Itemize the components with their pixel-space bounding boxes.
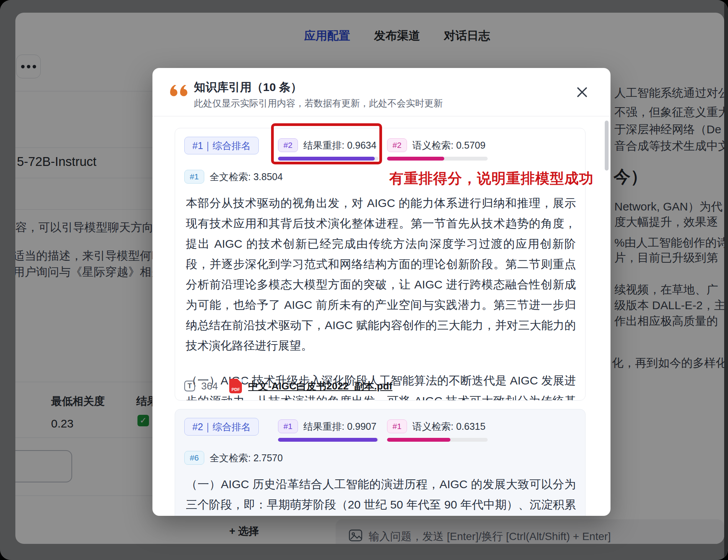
fulltext-rank-badge: #6: [184, 451, 204, 465]
modal-subtitle: 此处仅显示实际引用内容，若数据有更新，此处不会实时更新: [194, 97, 443, 109]
citation-text: （一）AIGC 历史沿革结合人工智能的演进历程，AIGC 的发展大致可以分为三个…: [186, 474, 576, 516]
citation-paragraph: （一）AIGC 历史沿革结合人工智能的演进历程，AIGC 的发展大致可以分为三个…: [186, 474, 576, 516]
citation-text: 本部分从技术驱动的视角出发，对 AIGC 的能力体系进行归纳和推理，展示现有技术…: [186, 193, 576, 401]
rerank-progress-bar: [278, 438, 379, 442]
close-icon[interactable]: [573, 83, 591, 101]
semantic-rank-badge: #1: [387, 419, 407, 433]
rerank-score-label: 结果重排: 0.9907: [303, 420, 376, 433]
semantic-metric: #2 语义检索: 0.5709: [387, 138, 488, 161]
token-icon: T: [184, 381, 195, 391]
source-file-link[interactable]: 中文-AIGC白皮书2022_副本.pdf: [248, 379, 392, 393]
semantic-metric: #1 语义检索: 0.6315: [387, 419, 488, 442]
screenshot-stage: 应用配置 发布渠道 对话日志 5-72B-Instruct 容，可以引导模型聊天…: [0, 0, 728, 560]
annotation-note: 有重排得分，说明重排模型成功: [389, 169, 594, 188]
modal-header: 知识库引用（10 条） 此处仅显示实际引用内容，若数据有更新，此处不会实时更新: [152, 68, 611, 116]
semantic-progress-bar: [387, 438, 488, 442]
pdf-icon: PDF: [229, 379, 242, 393]
semantic-score-label: 语义检索: 0.5709: [412, 139, 485, 152]
fulltext-score-label: 全文检索: 3.8504: [210, 171, 283, 183]
citation-card-2: #2｜综合排名 #1 结果重排: 0.9907 #1 语义检索: 0.6315 …: [175, 409, 586, 516]
divider: [152, 116, 611, 116]
rerank-metric: #1 结果重排: 0.9907: [278, 419, 379, 442]
semantic-score-label: 语义检索: 0.6315: [412, 420, 485, 433]
fulltext-rank-badge: #1: [184, 170, 204, 184]
modal-title: 知识库引用（10 条）: [194, 80, 302, 95]
fulltext-score-label: 全文检索: 2.7570: [210, 452, 283, 464]
semantic-rank-badge: #2: [387, 138, 407, 152]
overall-rank-pill: #2｜综合排名: [184, 418, 259, 436]
annotation-highlight-box: [271, 123, 382, 164]
citation-footer: T 364 PDF 中文-AIGC白皮书2022_副本.pdf: [184, 379, 392, 393]
fulltext-metric: #6 全文检索: 2.7570: [184, 451, 283, 465]
quote-icon: [169, 84, 191, 101]
citation-paragraph: 本部分从技术驱动的视角出发，对 AIGC 的能力体系进行归纳和推理，展示现有技术…: [186, 193, 576, 356]
semantic-progress-bar: [387, 157, 488, 161]
modal-scrollbar[interactable]: [605, 121, 609, 171]
rerank-rank-badge: #1: [278, 419, 298, 433]
token-count: 364: [201, 380, 218, 392]
fulltext-metric: #1 全文检索: 3.8504: [184, 170, 283, 184]
overall-rank-pill: #1｜综合排名: [184, 137, 259, 154]
